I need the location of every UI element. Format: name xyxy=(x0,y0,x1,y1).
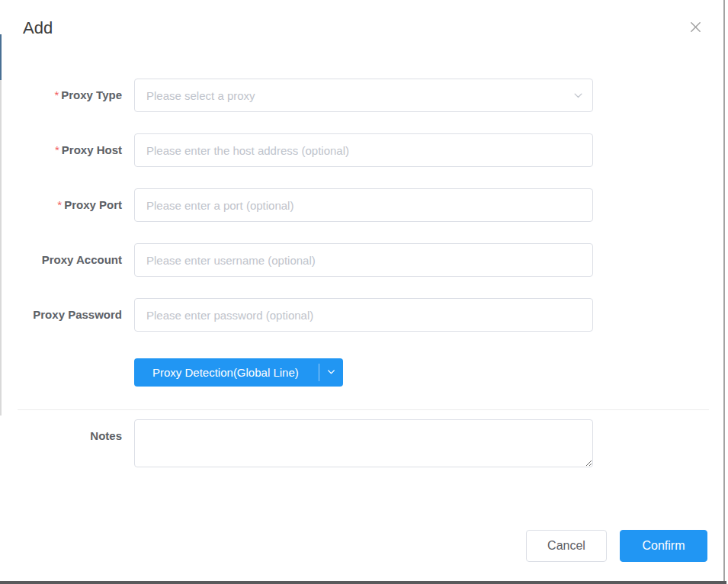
notes-field-wrap xyxy=(134,419,593,470)
close-icon xyxy=(689,21,702,36)
proxy-password-label: Proxy Password xyxy=(0,308,122,322)
proxy-account-row: Proxy Account xyxy=(0,243,593,277)
proxy-type-label: *Proxy Type xyxy=(0,88,122,102)
proxy-type-select-input[interactable] xyxy=(134,79,593,112)
close-button[interactable] xyxy=(687,20,704,37)
notes-textarea[interactable] xyxy=(134,419,593,467)
proxy-port-input[interactable] xyxy=(134,188,593,222)
proxy-account-field-wrap xyxy=(134,243,593,277)
required-asterisk: * xyxy=(57,198,62,211)
add-proxy-dialog: Add *Proxy Type *Proxy Host *Proxy Port xyxy=(0,0,728,584)
proxy-host-field-wrap xyxy=(134,133,593,167)
notes-label: Notes xyxy=(0,419,122,470)
proxy-password-field-wrap xyxy=(134,298,593,332)
chevron-down-icon xyxy=(326,367,336,379)
proxy-detection-dropdown-button[interactable] xyxy=(319,358,343,387)
background-left-edge xyxy=(0,80,2,416)
proxy-host-input[interactable] xyxy=(134,133,593,167)
notes-row: Notes xyxy=(0,419,593,470)
section-divider xyxy=(18,409,709,410)
proxy-account-label: Proxy Account xyxy=(0,253,122,267)
proxy-port-row: *Proxy Port xyxy=(0,188,593,222)
required-asterisk: * xyxy=(54,88,59,101)
confirm-button[interactable]: Confirm xyxy=(620,530,707,562)
proxy-account-input[interactable] xyxy=(134,243,593,277)
window-bottom-edge xyxy=(0,581,726,584)
cancel-button[interactable]: Cancel xyxy=(526,530,607,562)
dialog-footer: Cancel Confirm xyxy=(526,530,707,562)
proxy-password-input[interactable] xyxy=(134,298,593,332)
proxy-detection-button[interactable]: Proxy Detection(Global Line) xyxy=(134,358,319,387)
proxy-host-label: *Proxy Host xyxy=(0,143,122,157)
dialog-header: Add xyxy=(23,18,705,41)
proxy-host-row: *Proxy Host xyxy=(0,133,593,167)
proxy-type-row: *Proxy Type xyxy=(0,79,593,112)
background-left-edge-accent xyxy=(0,34,2,80)
proxy-detection-split-button[interactable]: Proxy Detection(Global Line) xyxy=(134,358,343,387)
proxy-password-row: Proxy Password xyxy=(0,298,593,332)
required-asterisk: * xyxy=(55,143,59,156)
proxy-type-select[interactable] xyxy=(134,79,593,112)
dialog-title: Add xyxy=(23,18,705,38)
window-right-edge xyxy=(723,0,725,584)
proxy-port-field-wrap xyxy=(134,188,593,222)
proxy-port-label: *Proxy Port xyxy=(0,198,122,212)
